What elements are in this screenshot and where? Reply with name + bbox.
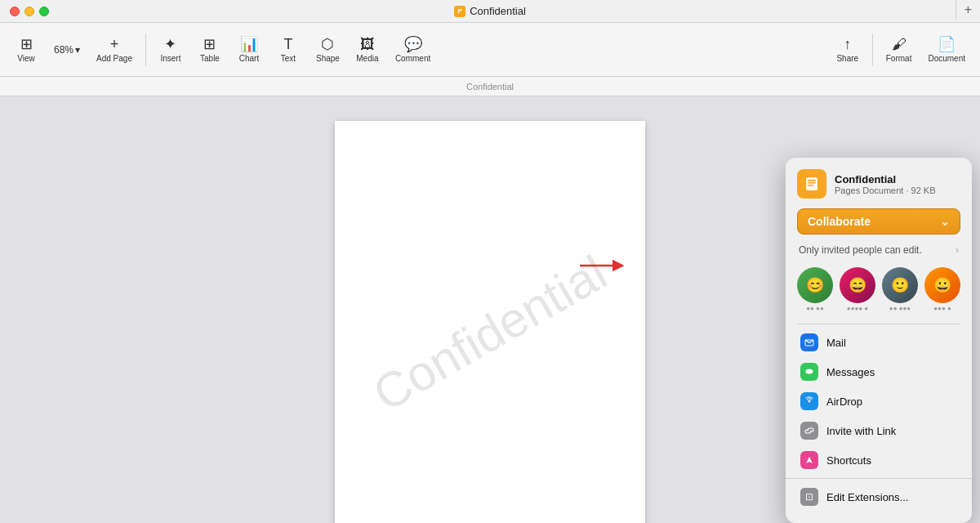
chart-button[interactable]: 📊 Chart [231,34,267,66]
avatar-item-1[interactable]: 😊 ●● ●● [797,267,833,312]
separator-1 [797,324,960,324]
svg-rect-4 [808,180,816,181]
shortcuts-label: Shortcuts [826,454,871,467]
avatar-1: 😊 [797,267,833,303]
avatar-img-2: 😄 [840,267,875,303]
title-bar: P Confidential [0,0,980,23]
share-icon: ↑ [844,37,851,51]
chart-icon: 📊 [240,37,258,51]
shape-button[interactable]: ⬡ Shape [310,34,346,66]
view-icon: ⊞ [20,37,33,51]
avatars-row: 😊 ●● ●● 😄 ●●●● ● 🙂 ●● ●●● 😀 ● [797,267,960,312]
media-label: Media [356,54,378,63]
document-label: Document [928,54,965,63]
insert-label: Insert [160,54,180,63]
collaborate-label: Collaborate [808,215,871,228]
avatar-item-3[interactable]: 🙂 ●● ●●● [882,267,918,312]
airdrop-label: AirDrop [826,396,862,408]
svg-rect-5 [808,182,816,184]
fullscreen-button[interactable] [39,7,49,16]
toolbar: ⊞ View 68% ▾ + Add Page ✦ Insert ⊞ Table… [0,23,980,77]
avatar-2: 😄 [840,267,875,303]
media-icon: 🖼 [360,37,375,51]
watermark: Confidential [364,244,617,422]
extensions-label: Edit Extensions... [826,491,908,503]
messages-menu-item[interactable]: Messages [797,357,960,387]
table-label: Table [200,54,220,63]
avatar-img-3: 🙂 [882,267,918,303]
traffic-lights [10,7,49,16]
avatar-img-4: 😀 [924,267,960,303]
separator-2 [786,478,972,479]
text-icon: T [283,37,292,51]
arrow-indicator [580,256,629,275]
mail-icon [800,333,818,351]
add-page-icon: + [110,37,119,51]
comment-button[interactable]: 💬 Comment [389,34,437,66]
popover-doc-meta: Pages Document · 92 KB [835,186,936,195]
media-button[interactable]: 🖼 Media [350,34,385,66]
format-button[interactable]: 🖌 Format [880,34,919,66]
comment-label: Comment [395,54,430,63]
document-page: Confidential [335,121,645,523]
format-icon: 🖌 [892,37,906,51]
link-icon [800,422,818,440]
toolbar-divider-2 [872,34,873,66]
document-icon: 📄 [938,37,956,51]
shape-label: Shape [316,54,340,63]
shape-icon: ⬡ [321,37,334,51]
shortcuts-menu-item[interactable]: Shortcuts [797,445,960,475]
close-button[interactable] [10,7,20,16]
collaborate-button[interactable]: Collaborate ⌄ [797,208,960,235]
airdrop-menu-item[interactable]: AirDrop [797,387,960,416]
window-title: P Confidential [454,5,526,17]
invite-link-label: Invite with Link [826,425,896,437]
document-button[interactable]: 📄 Document [921,34,972,66]
avatar-label-1: ●● ●● [797,305,833,312]
messages-label: Messages [826,366,875,378]
shortcuts-icon [800,451,818,469]
mail-label: Mail [826,337,846,349]
edit-extensions-item[interactable]: ⊡ Edit Extensions... [797,482,960,512]
svg-rect-6 [808,185,813,186]
zoom-control[interactable]: 68% ▾ [47,41,87,59]
view-button[interactable]: ⊞ View [8,34,44,66]
insert-icon: ✦ [164,37,176,51]
avatar-item-4[interactable]: 😀 ●●● ● [924,267,960,312]
minimize-button[interactable] [24,7,34,16]
avatar-label-4: ●●● ● [924,305,960,312]
permission-row[interactable]: Only invited people can edit. › [797,239,960,261]
extensions-icon: ⊡ [800,488,818,506]
avatar-img-1: 😊 [797,267,833,303]
add-tab-button[interactable]: + [956,0,980,20]
app-icon: P [454,6,466,17]
table-button[interactable]: ⊞ Table [192,34,228,66]
format-label: Format [886,54,912,63]
main-content: Confidential Confidential [0,96,980,523]
zoom-value: 68% [54,44,74,56]
popover-header: Confidential Pages Document · 92 KB [797,169,960,199]
invite-link-menu-item[interactable]: Invite with Link [797,416,960,445]
add-page-label: Add Page [96,54,132,63]
doc-title-bar: Confidential + [0,77,980,96]
text-button[interactable]: T Text [270,34,306,66]
table-icon: ⊞ [203,37,216,51]
text-label: Text [281,54,296,63]
mail-menu-item[interactable]: Mail [797,328,960,357]
share-button[interactable]: ↑ Share [830,34,866,66]
collaborate-chevron-icon: ⌄ [940,215,950,228]
avatar-label-3: ●● ●●● [882,305,918,312]
avatar-4: 😀 [924,267,960,303]
view-label: View [17,54,35,63]
messages-icon [800,363,818,381]
add-page-button[interactable]: + Add Page [90,34,139,66]
permission-text: Only invited people can edit. [799,244,922,256]
comment-icon: 💬 [404,37,422,51]
zoom-chevron: ▾ [75,44,80,56]
chart-label: Chart [239,54,259,63]
popover-doc-info: Confidential Pages Document · 92 KB [835,173,936,195]
insert-button[interactable]: ✦ Insert [153,34,189,66]
share-label: Share [836,54,858,63]
avatar-item-2[interactable]: 😄 ●●●● ● [840,267,875,312]
avatar-label-2: ●●●● ● [840,305,875,312]
